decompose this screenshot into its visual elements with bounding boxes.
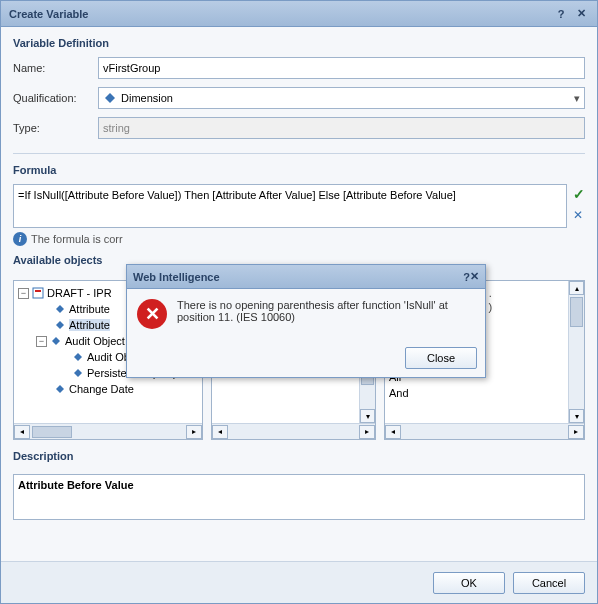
name-row: Name: bbox=[13, 57, 585, 79]
close-icon[interactable]: ✕ bbox=[573, 6, 589, 22]
scroll-down-icon[interactable]: ▾ bbox=[360, 409, 375, 423]
formula-title: Formula bbox=[13, 164, 585, 176]
cancel-button[interactable]: Cancel bbox=[513, 572, 585, 594]
horizontal-scrollbar[interactable]: ◂ ▸ bbox=[385, 423, 584, 439]
create-variable-dialog: Create Variable ? ✕ Variable Definition … bbox=[0, 0, 598, 604]
scroll-left-icon[interactable]: ◂ bbox=[212, 425, 228, 439]
type-label: Type: bbox=[13, 122, 88, 134]
qualification-select[interactable]: Dimension ▾ bbox=[98, 87, 585, 109]
error-footer: Close bbox=[127, 339, 485, 377]
name-label: Name: bbox=[13, 62, 88, 74]
close-icon[interactable]: ✕ bbox=[470, 270, 479, 283]
svg-marker-7 bbox=[74, 369, 82, 377]
formula-input[interactable]: =If IsNull([Attribute Before Value]) The… bbox=[13, 184, 567, 228]
svg-marker-3 bbox=[56, 305, 64, 313]
type-input bbox=[98, 117, 585, 139]
close-button[interactable]: Close bbox=[405, 347, 477, 369]
type-row: Type: bbox=[13, 117, 585, 139]
operator-item[interactable]: And bbox=[389, 387, 562, 403]
error-dialog: Web Intelligence ? ✕ ✕ There is no openi… bbox=[126, 264, 486, 378]
description-box: Attribute Before Value bbox=[13, 474, 585, 520]
svg-rect-2 bbox=[35, 290, 41, 292]
titlebar: Create Variable ? ✕ bbox=[1, 1, 597, 27]
error-body: ✕ There is no opening parenthesis after … bbox=[127, 289, 485, 339]
description-title: Description bbox=[13, 450, 585, 462]
scroll-down-icon[interactable]: ▾ bbox=[569, 409, 584, 423]
info-text: The formula is corr bbox=[31, 233, 123, 245]
error-titlebar: Web Intelligence ? ✕ bbox=[127, 265, 485, 289]
info-icon: i bbox=[13, 232, 27, 246]
scroll-right-icon[interactable]: ▸ bbox=[359, 425, 375, 439]
scrollbar-thumb[interactable] bbox=[570, 297, 583, 327]
validate-icon[interactable]: ✓ bbox=[573, 186, 585, 202]
error-title: Web Intelligence bbox=[133, 271, 463, 283]
dimension-icon bbox=[50, 335, 62, 347]
error-message: There is no opening parenthesis after fu… bbox=[177, 299, 475, 329]
tree-item[interactable]: Change Date bbox=[18, 381, 198, 397]
dialog-body: Variable Definition Name: Qualification:… bbox=[1, 27, 597, 561]
help-icon[interactable]: ? bbox=[463, 271, 470, 283]
scroll-up-icon[interactable]: ▴ bbox=[569, 281, 584, 295]
svg-marker-8 bbox=[56, 385, 64, 393]
vertical-scrollbar[interactable]: ▴ ▾ bbox=[568, 281, 584, 423]
svg-marker-5 bbox=[52, 337, 60, 345]
scroll-right-icon[interactable]: ▸ bbox=[186, 425, 202, 439]
horizontal-scrollbar[interactable]: ◂ ▸ bbox=[14, 423, 202, 439]
clear-icon[interactable]: ✕ bbox=[573, 208, 585, 222]
qualification-row: Qualification: Dimension ▾ bbox=[13, 87, 585, 109]
tree-root-label: DRAFT - IPR bbox=[47, 287, 112, 299]
svg-marker-0 bbox=[105, 93, 115, 103]
dimension-icon bbox=[54, 303, 66, 315]
qualification-value: Dimension bbox=[121, 92, 173, 104]
dimension-icon bbox=[54, 319, 66, 331]
dialog-title: Create Variable bbox=[9, 8, 549, 20]
dialog-footer: OK Cancel bbox=[1, 561, 597, 603]
scroll-left-icon[interactable]: ◂ bbox=[385, 425, 401, 439]
scroll-right-icon[interactable]: ▸ bbox=[568, 425, 584, 439]
scrollbar-thumb[interactable] bbox=[32, 426, 72, 438]
name-input[interactable] bbox=[98, 57, 585, 79]
svg-rect-1 bbox=[33, 288, 43, 298]
divider bbox=[13, 153, 585, 154]
qualification-label: Qualification: bbox=[13, 92, 88, 104]
svg-marker-4 bbox=[56, 321, 64, 329]
svg-marker-6 bbox=[74, 353, 82, 361]
report-icon bbox=[32, 287, 44, 299]
collapse-icon[interactable]: − bbox=[18, 288, 29, 299]
formula-info: i The formula is corr bbox=[13, 232, 585, 246]
chevron-down-icon: ▾ bbox=[574, 92, 580, 105]
dimension-icon bbox=[54, 383, 66, 395]
scroll-left-icon[interactable]: ◂ bbox=[14, 425, 30, 439]
variable-definition-title: Variable Definition bbox=[13, 37, 585, 49]
error-icon: ✕ bbox=[137, 299, 167, 329]
help-icon[interactable]: ? bbox=[553, 6, 569, 22]
description-text: Attribute Before Value bbox=[18, 479, 134, 491]
dimension-icon bbox=[103, 91, 117, 105]
dimension-icon bbox=[72, 367, 84, 379]
formula-text: =If IsNull([Attribute Before Value]) The… bbox=[18, 189, 456, 201]
horizontal-scrollbar[interactable]: ◂ ▸ bbox=[212, 423, 375, 439]
collapse-icon[interactable]: − bbox=[36, 336, 47, 347]
dimension-icon bbox=[72, 351, 84, 363]
ok-button[interactable]: OK bbox=[433, 572, 505, 594]
